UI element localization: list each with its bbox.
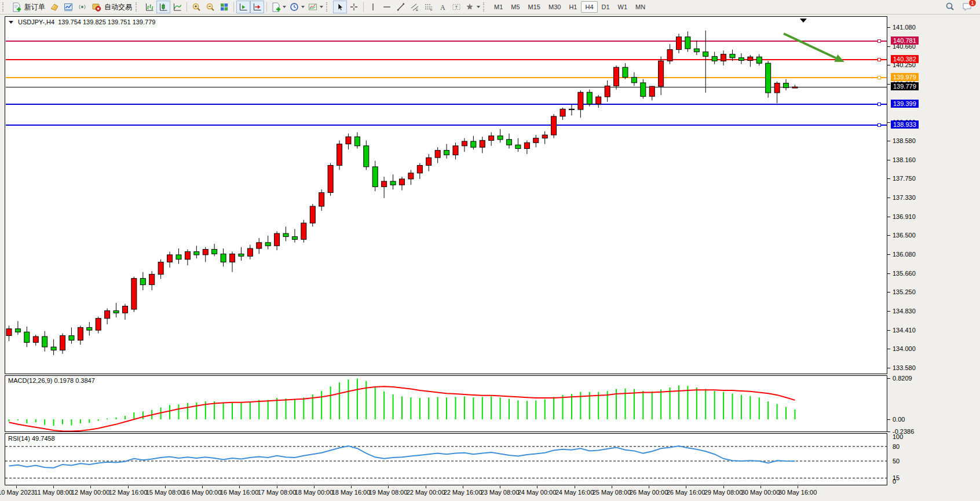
toolbar: 新订单 自动交易 bbox=[0, 0, 980, 14]
macd-panel[interactable]: MACD(12,26,9) 0.1978 0.3847 bbox=[5, 375, 887, 432]
trendline-icon bbox=[396, 2, 406, 12]
notifications-button[interactable]: 1 bbox=[960, 1, 974, 13]
time-tick bbox=[575, 486, 575, 488]
tab-timeframe-mn[interactable]: MN bbox=[631, 1, 649, 13]
tab-timeframe-m30[interactable]: M30 bbox=[544, 1, 565, 13]
time-tick bbox=[686, 486, 686, 488]
price-tick bbox=[887, 330, 890, 331]
tab-timeframe-d1[interactable]: D1 bbox=[598, 1, 614, 13]
macd-tick bbox=[887, 378, 890, 379]
price-line-label[interactable]: 140.382 bbox=[891, 55, 919, 63]
price-line-label[interactable]: 139.979 bbox=[891, 73, 919, 81]
bar-chart-button[interactable] bbox=[142, 1, 156, 13]
indicators-button[interactable] bbox=[269, 1, 288, 13]
candle-body bbox=[756, 57, 762, 63]
candle-body bbox=[623, 67, 628, 77]
search-button[interactable] bbox=[943, 1, 957, 13]
rsi-value: 49.7458 bbox=[32, 435, 55, 442]
candle-body bbox=[560, 109, 565, 116]
candle-body bbox=[354, 137, 360, 146]
text-label-button[interactable]: T bbox=[449, 1, 463, 13]
line-handle[interactable] bbox=[877, 76, 881, 79]
price-tick-label: 137.330 bbox=[893, 194, 916, 202]
time-tick bbox=[90, 486, 91, 488]
trendline-button[interactable] bbox=[394, 1, 408, 13]
price-tick bbox=[887, 122, 890, 123]
candle-body bbox=[131, 279, 137, 309]
auto-scroll-icon bbox=[239, 2, 248, 12]
tab-timeframe-h1[interactable]: H1 bbox=[565, 1, 581, 13]
candle-body bbox=[301, 223, 306, 239]
tab-timeframe-m1[interactable]: M1 bbox=[490, 1, 507, 13]
crosshair-button[interactable] bbox=[347, 1, 361, 13]
candlestick-chart-icon bbox=[159, 2, 169, 12]
zoom-out-button[interactable] bbox=[203, 1, 217, 13]
vertical-line-icon bbox=[368, 2, 378, 12]
candle-body bbox=[346, 137, 351, 144]
toolbar-grip bbox=[483, 2, 488, 12]
collapse-icon[interactable] bbox=[9, 21, 13, 24]
new-order-label[interactable]: 新订单 bbox=[24, 2, 45, 12]
main-chart-panel[interactable]: USDJPY-,H4 139.754 139.825 139.751 139.7… bbox=[5, 16, 887, 374]
chart-shift-marker-icon bbox=[800, 19, 807, 23]
metaeditor-button[interactable] bbox=[47, 1, 61, 13]
templates-button[interactable] bbox=[306, 1, 325, 13]
tab-timeframe-m15[interactable]: M15 bbox=[524, 1, 544, 13]
line-handle[interactable] bbox=[877, 58, 881, 61]
price-line-label[interactable]: 139.779 bbox=[891, 82, 919, 90]
horizontal-line-button[interactable] bbox=[380, 1, 394, 13]
time-tick bbox=[128, 486, 129, 488]
auto-scroll-button[interactable] bbox=[236, 1, 250, 13]
price-line-label[interactable]: 138.933 bbox=[891, 120, 919, 129]
signal-button[interactable] bbox=[75, 1, 89, 13]
line-chart-button[interactable] bbox=[170, 1, 184, 13]
cursor-button[interactable] bbox=[333, 1, 347, 13]
new-order-button[interactable] bbox=[9, 1, 23, 13]
line-handle[interactable] bbox=[877, 123, 881, 127]
tab-timeframe-w1[interactable]: W1 bbox=[614, 1, 632, 13]
price-line-label[interactable]: 140.781 bbox=[891, 36, 919, 45]
periods-button[interactable] bbox=[288, 1, 306, 13]
candle-body bbox=[6, 329, 12, 336]
time-tick bbox=[239, 486, 240, 488]
price-line-label[interactable]: 139.399 bbox=[891, 100, 919, 108]
equidistant-channel-button[interactable]: E bbox=[408, 1, 422, 13]
candle-body bbox=[96, 319, 101, 330]
tab-timeframe-h4[interactable]: H4 bbox=[581, 1, 597, 13]
tab-timeframe-m5[interactable]: M5 bbox=[507, 1, 524, 13]
notification-badge: 1 bbox=[968, 0, 977, 7]
time-axis[interactable]: 10 May 202311 May 08:0012 May 00:0012 Ma… bbox=[0, 485, 887, 501]
candle-body bbox=[176, 255, 181, 259]
fibonacci-button[interactable]: F bbox=[422, 1, 436, 13]
shapes-icon bbox=[465, 2, 475, 12]
autotrade-button[interactable] bbox=[89, 1, 103, 13]
vertical-line-button[interactable] bbox=[366, 1, 380, 13]
rsi-axis-label: 100 bbox=[893, 433, 903, 441]
text-button[interactable]: A bbox=[436, 1, 449, 13]
zoom-in-button[interactable] bbox=[189, 1, 203, 13]
candlestick-chart-button[interactable] bbox=[156, 1, 170, 13]
candle-body bbox=[78, 327, 83, 340]
line-handle[interactable] bbox=[877, 103, 881, 106]
candle-body bbox=[87, 327, 92, 330]
chart-shift-icon bbox=[253, 2, 262, 12]
chart-shift-button[interactable] bbox=[250, 1, 264, 13]
line-handle[interactable] bbox=[877, 39, 881, 43]
price-tick bbox=[887, 217, 890, 217]
autotrade-label[interactable]: 自动交易 bbox=[104, 2, 132, 12]
tile-windows-button[interactable] bbox=[217, 1, 231, 13]
candle-body bbox=[51, 347, 56, 350]
price-axis[interactable]: 141.080140.660140.250139.830138.990138.5… bbox=[887, 14, 980, 501]
candle-body bbox=[489, 136, 494, 141]
candle-body bbox=[185, 252, 190, 259]
candle-body bbox=[247, 248, 253, 256]
candle-body bbox=[667, 50, 672, 61]
shapes-button[interactable] bbox=[463, 1, 482, 13]
rsi-panel[interactable]: RSI(14) 49.7458 bbox=[5, 433, 887, 485]
bar-chart-icon bbox=[145, 2, 155, 12]
candle-body bbox=[42, 337, 47, 347]
svg-text:E: E bbox=[416, 8, 418, 12]
market-watch-button[interactable] bbox=[61, 1, 75, 13]
candle-body bbox=[283, 233, 288, 237]
candle-body bbox=[399, 179, 404, 185]
